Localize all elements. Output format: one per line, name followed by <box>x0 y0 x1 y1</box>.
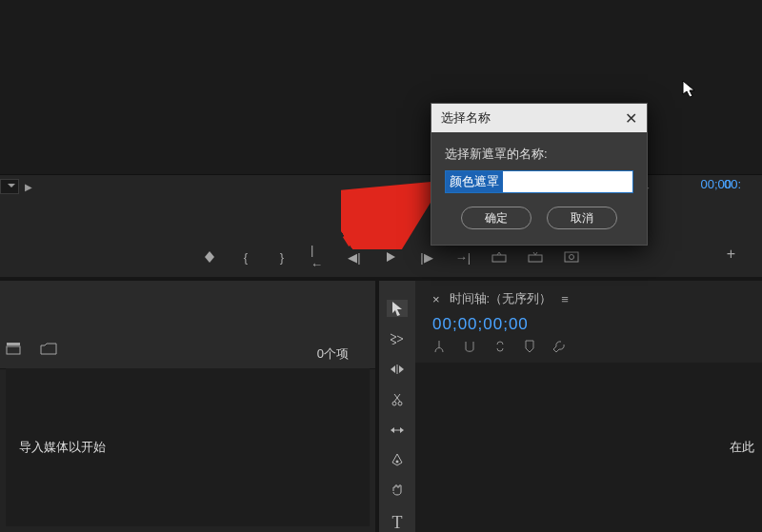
dialog-title: 选择名称 <box>441 109 491 127</box>
bin-icon[interactable] <box>40 342 57 355</box>
timeline-tab-label: 时间轴:（无序列） <box>450 290 552 307</box>
snap-icon[interactable] <box>463 340 476 353</box>
chevron-right-icon: ▶ <box>25 182 32 192</box>
go-to-in-icon[interactable]: |← <box>311 249 326 265</box>
svg-rect-5 <box>7 343 20 345</box>
type-tool-icon[interactable]: T <box>387 513 408 532</box>
svg-rect-4 <box>7 346 20 354</box>
select-name-dialog: 选择名称 ✕ 选择新遮罩的名称: 颜色遮罩 确定 取消 <box>431 103 648 246</box>
project-panel: 0个项 导入媒体以开始 <box>0 281 375 532</box>
monitor-screen <box>0 0 762 175</box>
ripple-edit-icon[interactable] <box>387 361 408 378</box>
svg-rect-2 <box>565 252 578 262</box>
program-monitor-panel: ▶ ▸▸ 00;00 00: { } |← ◀| |▶ →| + <box>0 0 762 277</box>
timeline-panel: × 时间轴:（无序列） ≡ 00;00;00;00 在此 <box>415 281 762 532</box>
marker-add-icon[interactable] <box>524 340 535 353</box>
export-frame-icon[interactable] <box>564 249 579 265</box>
transport-controls: { } |← ◀| |▶ →| <box>57 246 724 268</box>
monitor-control-row: ▶ ▸▸ <box>0 177 762 196</box>
project-panel-header: 0个项 <box>0 281 375 369</box>
mouse-cursor-icon <box>682 80 697 99</box>
razor-tool-icon[interactable] <box>387 391 408 408</box>
step-forward-icon[interactable]: |▶ <box>419 249 434 265</box>
matte-name-input[interactable]: 颜色遮罩 <box>445 170 633 193</box>
go-to-out-icon[interactable]: →| <box>455 249 471 265</box>
pen-tool-icon[interactable] <box>387 452 408 469</box>
monitor-timecode-far: 00: <box>724 177 762 191</box>
snap-insert-icon[interactable] <box>432 340 446 353</box>
close-icon[interactable]: ✕ <box>625 109 637 128</box>
play-icon[interactable] <box>383 249 398 265</box>
step-back-icon[interactable]: ◀| <box>347 249 362 265</box>
dialog-label: 选择新遮罩的名称: <box>445 146 633 163</box>
project-drop-area[interactable]: 导入媒体以开始 <box>6 368 370 526</box>
ok-button[interactable]: 确定 <box>461 207 531 229</box>
brace-close-icon[interactable]: } <box>274 249 290 265</box>
project-drop-hint: 导入媒体以开始 <box>19 439 106 456</box>
settings-wrench-icon[interactable] <box>552 340 566 353</box>
track-select-forward-icon[interactable] <box>387 330 408 347</box>
project-item-count: 0个项 <box>317 345 349 363</box>
cancel-button[interactable]: 取消 <box>547 207 617 229</box>
svg-rect-0 <box>492 255 506 262</box>
tools-toolbar: T <box>379 281 415 532</box>
svg-point-10 <box>396 461 399 463</box>
extract-icon[interactable] <box>528 249 543 265</box>
timeline-timecode[interactable]: 00;00;00;00 <box>432 315 529 334</box>
hand-tool-icon[interactable] <box>387 483 408 500</box>
svg-rect-1 <box>529 255 542 262</box>
selection-tool-icon[interactable] <box>387 300 408 317</box>
svg-point-3 <box>570 255 574 260</box>
add-button-icon[interactable]: + <box>727 246 735 263</box>
dialog-titlebar[interactable]: 选择名称 ✕ <box>431 104 647 132</box>
fit-dropdown[interactable] <box>0 179 19 194</box>
matte-name-value: 颜色遮罩 <box>446 171 503 192</box>
linked-selection-icon[interactable] <box>493 340 507 353</box>
mark-in-icon[interactable] <box>202 249 217 265</box>
brace-open-icon[interactable]: { <box>238 249 253 265</box>
timeline-toolbar <box>432 340 566 353</box>
timeline-drop-area[interactable]: 在此 <box>415 363 762 532</box>
timeline-drop-hint: 在此 <box>730 439 754 456</box>
lift-icon[interactable] <box>491 249 507 265</box>
close-tab-icon[interactable]: × <box>432 292 440 306</box>
svg-point-8 <box>398 402 402 405</box>
panel-menu-icon[interactable]: ≡ <box>561 292 569 306</box>
slip-tool-icon[interactable] <box>387 422 408 439</box>
svg-point-7 <box>392 402 396 405</box>
list-view-icon[interactable] <box>6 342 21 355</box>
timeline-tab[interactable]: × 时间轴:（无序列） ≡ <box>432 290 569 307</box>
